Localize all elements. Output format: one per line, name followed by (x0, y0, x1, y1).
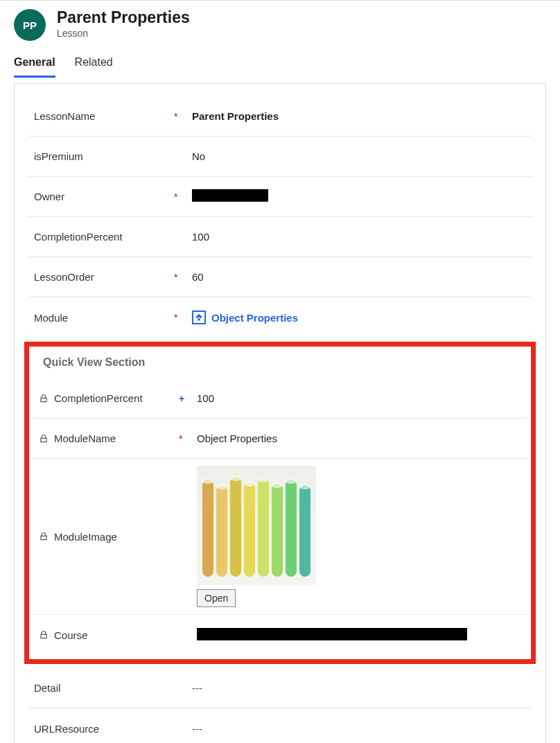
quick-view-highlight: Quick View Section CompletionPercent + 1… (24, 342, 536, 664)
label-lesson-name: LessonName (28, 110, 174, 122)
svg-rect-9 (299, 485, 310, 577)
record-header: PP Parent Properties Lesson (0, 9, 560, 48)
svg-rect-4 (230, 477, 241, 577)
label-completion-percent: CompletionPercent (28, 231, 174, 243)
qv-label-module-image: ModuleImage (54, 531, 117, 543)
value-lesson-name: Parent Properties (188, 103, 532, 129)
page-subtitle: Lesson (57, 28, 190, 39)
qv-value-completion-percent: 100 (193, 385, 527, 411)
svg-point-10 (202, 478, 213, 484)
value-detail: --- (188, 675, 532, 701)
label-owner: Owner (28, 191, 174, 202)
form-panel: LessonName * Parent Properties isPremium… (14, 83, 546, 743)
lock-icon (39, 532, 49, 541)
field-lesson-order[interactable]: LessonOrder * 60 (28, 257, 532, 297)
qv-field-course: Course (33, 615, 527, 655)
qv-value-module-name: Object Properties (193, 426, 527, 451)
qv-label-course: Course (54, 629, 87, 641)
value-is-premium: No (188, 143, 532, 169)
field-detail[interactable]: Detail --- (28, 668, 532, 708)
svg-rect-2 (202, 480, 213, 577)
entity-icon (192, 311, 206, 324)
page-title: Parent Properties (57, 9, 190, 26)
svg-point-12 (230, 475, 241, 481)
required-indicator: * (174, 312, 177, 323)
required-indicator: * (174, 272, 177, 283)
label-detail: Detail (28, 682, 174, 694)
tab-related[interactable]: Related (75, 51, 113, 78)
lock-icon (39, 630, 49, 640)
qv-value-course (193, 621, 527, 649)
value-owner (188, 182, 532, 211)
lookup-module-text: Object Properties (211, 312, 298, 324)
label-lesson-order: LessonOrder (28, 271, 174, 283)
svg-point-11 (216, 484, 227, 489)
svg-rect-7 (272, 484, 283, 577)
required-indicator: * (179, 433, 182, 444)
value-lesson-order: 60 (188, 264, 532, 290)
avatar: PP (14, 9, 46, 41)
quick-view-section-title: Quick View Section (33, 347, 527, 378)
svg-rect-6 (258, 478, 269, 577)
svg-point-16 (286, 478, 297, 484)
qv-field-completion-percent: CompletionPercent + 100 (33, 378, 527, 419)
svg-rect-1 (197, 466, 316, 507)
required-indicator: * (174, 191, 177, 202)
recommended-indicator: + (179, 393, 184, 404)
lock-icon (39, 434, 49, 444)
qv-field-module-name: ModuleName * Object Properties (33, 419, 527, 459)
field-completion-percent[interactable]: CompletionPercent 100 (28, 217, 532, 257)
required-indicator: * (174, 111, 177, 122)
redacted-course (197, 628, 467, 640)
value-completion-percent: 100 (188, 224, 532, 250)
label-is-premium: isPremium (28, 150, 174, 162)
svg-rect-3 (216, 485, 227, 577)
lock-icon (39, 394, 49, 403)
open-image-button[interactable]: Open (197, 589, 236, 607)
qv-field-module-image: ModuleImage (33, 459, 527, 615)
svg-point-17 (299, 484, 310, 489)
field-is-premium[interactable]: isPremium No (28, 137, 532, 177)
tab-general[interactable]: General (14, 51, 55, 78)
value-url-resource: --- (188, 716, 532, 742)
svg-point-14 (258, 477, 269, 482)
label-module: Module (28, 312, 174, 324)
qv-label-module-name: ModuleName (54, 432, 116, 444)
qv-label-completion-percent: CompletionPercent (54, 392, 143, 404)
field-lesson-name[interactable]: LessonName * Parent Properties (28, 96, 532, 137)
label-url-resource: URLResource (28, 723, 174, 735)
svg-rect-8 (286, 480, 297, 577)
svg-point-15 (272, 482, 283, 488)
svg-point-13 (244, 481, 255, 487)
tab-bar: General Related (0, 48, 560, 78)
module-image (197, 466, 316, 585)
redacted-owner (192, 189, 268, 202)
field-owner[interactable]: Owner * (28, 177, 532, 217)
field-module[interactable]: Module * Object Properties (28, 297, 532, 338)
field-url-resource[interactable]: URLResource --- (28, 708, 532, 743)
lookup-module[interactable]: Object Properties (192, 311, 527, 324)
svg-rect-5 (244, 482, 255, 577)
